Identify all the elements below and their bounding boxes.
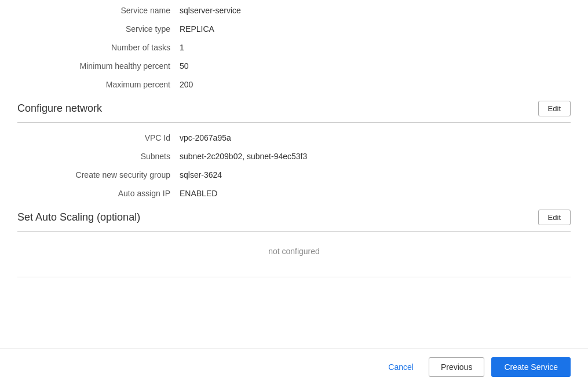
auto-scaling-header: Set Auto Scaling (optional) Edit	[17, 210, 571, 232]
subnets-row: Subnets subnet-2c209b02, subnet-94ec53f3	[17, 152, 571, 161]
configure-network-edit-button[interactable]: Edit	[538, 101, 571, 116]
service-name-label: Service name	[17, 6, 180, 15]
subnets-value: subnet-2c209b02, subnet-94ec53f3	[180, 152, 307, 161]
number-of-tasks-label: Number of tasks	[17, 43, 180, 52]
service-type-value: REPLICA	[180, 24, 214, 34]
cancel-button[interactable]: Cancel	[380, 358, 422, 376]
maximum-percent-label: Maximum percent	[17, 80, 180, 89]
create-service-button[interactable]: Create Service	[491, 357, 571, 377]
auto-scaling-title: Set Auto Scaling (optional)	[17, 211, 140, 223]
not-configured-text: not configured	[17, 242, 571, 265]
auto-scaling-section: Set Auto Scaling (optional) Edit not con…	[17, 210, 571, 265]
number-of-tasks-row: Number of tasks 1	[17, 43, 571, 52]
auto-scaling-edit-button[interactable]: Edit	[538, 210, 571, 225]
minimum-healthy-percent-label: Minimum healthy percent	[17, 61, 180, 71]
vpc-id-label: VPC Id	[17, 133, 180, 142]
configure-network-section: Configure network Edit VPC Id vpc-2067a9…	[17, 101, 571, 198]
vpc-id-value: vpc-2067a95a	[180, 133, 231, 142]
create-security-group-value: sqlser-3624	[180, 170, 222, 179]
auto-assign-ip-label: Auto assign IP	[17, 189, 180, 198]
create-security-group-row: Create new security group sqlser-3624	[17, 170, 571, 179]
footer-actions: Cancel Previous Create Service	[0, 349, 588, 385]
service-name-value: sqlserver-service	[180, 6, 241, 15]
maximum-percent-row: Maximum percent 200	[17, 80, 571, 89]
minimum-healthy-percent-row: Minimum healthy percent 50	[17, 61, 571, 71]
auto-assign-ip-value: ENABLED	[180, 189, 217, 198]
footer-divider	[17, 277, 571, 277]
auto-assign-ip-row: Auto assign IP ENABLED	[17, 189, 571, 198]
bottom-padding	[17, 289, 571, 329]
maximum-percent-value: 200	[180, 80, 193, 89]
vpc-id-row: VPC Id vpc-2067a95a	[17, 133, 571, 142]
service-name-row: Service name sqlserver-service	[17, 6, 571, 15]
create-security-group-label: Create new security group	[17, 170, 180, 179]
configure-network-header: Configure network Edit	[17, 101, 571, 123]
service-type-row: Service type REPLICA	[17, 24, 571, 34]
service-type-label: Service type	[17, 24, 180, 34]
minimum-healthy-percent-value: 50	[180, 61, 189, 71]
page-container: Service name sqlserver-service Service t…	[0, 0, 588, 341]
subnets-label: Subnets	[17, 152, 180, 161]
number-of-tasks-value: 1	[180, 43, 184, 52]
previous-button[interactable]: Previous	[429, 357, 484, 377]
configure-network-title: Configure network	[17, 102, 102, 115]
